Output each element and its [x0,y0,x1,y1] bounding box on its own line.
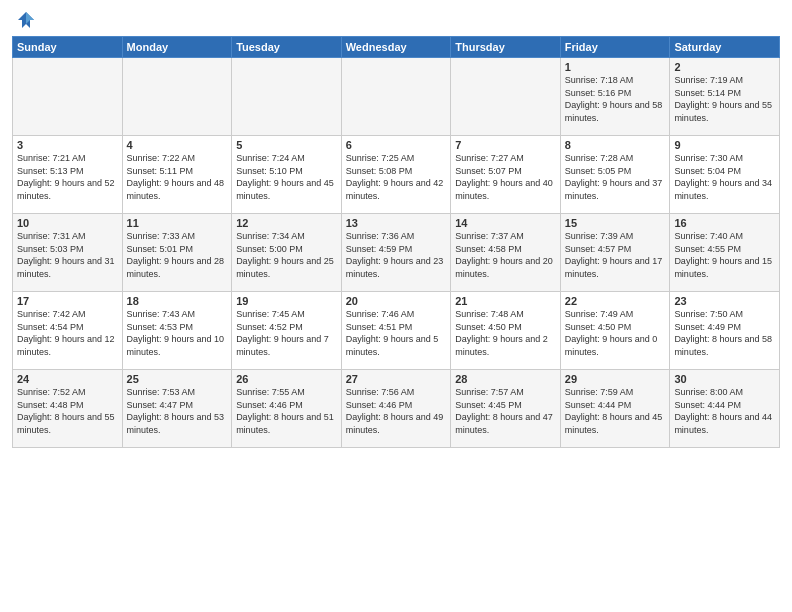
calendar-cell-3-1: 10Sunrise: 7:31 AM Sunset: 5:03 PM Dayli… [13,214,123,292]
day-number: 23 [674,295,775,307]
calendar-cell-2-4: 6Sunrise: 7:25 AM Sunset: 5:08 PM Daylig… [341,136,451,214]
calendar-week-2: 3Sunrise: 7:21 AM Sunset: 5:13 PM Daylig… [13,136,780,214]
day-number: 19 [236,295,337,307]
calendar-cell-4-5: 21Sunrise: 7:48 AM Sunset: 4:50 PM Dayli… [451,292,561,370]
day-info: Sunrise: 7:21 AM Sunset: 5:13 PM Dayligh… [17,152,118,202]
day-info: Sunrise: 7:42 AM Sunset: 4:54 PM Dayligh… [17,308,118,358]
calendar-cell-1-4 [341,58,451,136]
day-number: 11 [127,217,228,229]
day-info: Sunrise: 7:57 AM Sunset: 4:45 PM Dayligh… [455,386,556,436]
day-info: Sunrise: 7:56 AM Sunset: 4:46 PM Dayligh… [346,386,447,436]
calendar-cell-5-3: 26Sunrise: 7:55 AM Sunset: 4:46 PM Dayli… [232,370,342,448]
weekday-header-sunday: Sunday [13,37,123,58]
calendar-cell-4-1: 17Sunrise: 7:42 AM Sunset: 4:54 PM Dayli… [13,292,123,370]
day-number: 1 [565,61,666,73]
calendar-cell-1-1 [13,58,123,136]
day-info: Sunrise: 7:45 AM Sunset: 4:52 PM Dayligh… [236,308,337,358]
day-info: Sunrise: 7:40 AM Sunset: 4:55 PM Dayligh… [674,230,775,280]
calendar-cell-4-3: 19Sunrise: 7:45 AM Sunset: 4:52 PM Dayli… [232,292,342,370]
day-number: 9 [674,139,775,151]
calendar-cell-3-6: 15Sunrise: 7:39 AM Sunset: 4:57 PM Dayli… [560,214,670,292]
weekday-header-monday: Monday [122,37,232,58]
header [12,10,780,30]
day-number: 22 [565,295,666,307]
calendar-cell-4-2: 18Sunrise: 7:43 AM Sunset: 4:53 PM Dayli… [122,292,232,370]
day-info: Sunrise: 7:28 AM Sunset: 5:05 PM Dayligh… [565,152,666,202]
calendar-table: SundayMondayTuesdayWednesdayThursdayFrid… [12,36,780,448]
day-info: Sunrise: 7:39 AM Sunset: 4:57 PM Dayligh… [565,230,666,280]
day-info: Sunrise: 7:48 AM Sunset: 4:50 PM Dayligh… [455,308,556,358]
calendar-cell-3-2: 11Sunrise: 7:33 AM Sunset: 5:01 PM Dayli… [122,214,232,292]
day-info: Sunrise: 7:31 AM Sunset: 5:03 PM Dayligh… [17,230,118,280]
calendar-cell-2-7: 9Sunrise: 7:30 AM Sunset: 5:04 PM Daylig… [670,136,780,214]
calendar-cell-2-1: 3Sunrise: 7:21 AM Sunset: 5:13 PM Daylig… [13,136,123,214]
logo-bird-icon [16,10,36,34]
calendar-cell-2-5: 7Sunrise: 7:27 AM Sunset: 5:07 PM Daylig… [451,136,561,214]
calendar-cell-1-3 [232,58,342,136]
day-number: 30 [674,373,775,385]
day-info: Sunrise: 7:22 AM Sunset: 5:11 PM Dayligh… [127,152,228,202]
day-number: 29 [565,373,666,385]
day-info: Sunrise: 7:36 AM Sunset: 4:59 PM Dayligh… [346,230,447,280]
day-info: Sunrise: 7:19 AM Sunset: 5:14 PM Dayligh… [674,74,775,124]
day-info: Sunrise: 7:49 AM Sunset: 4:50 PM Dayligh… [565,308,666,358]
weekday-header-wednesday: Wednesday [341,37,451,58]
calendar-cell-4-7: 23Sunrise: 7:50 AM Sunset: 4:49 PM Dayli… [670,292,780,370]
day-info: Sunrise: 7:34 AM Sunset: 5:00 PM Dayligh… [236,230,337,280]
day-number: 5 [236,139,337,151]
calendar-cell-5-7: 30Sunrise: 8:00 AM Sunset: 4:44 PM Dayli… [670,370,780,448]
day-info: Sunrise: 7:33 AM Sunset: 5:01 PM Dayligh… [127,230,228,280]
page: SundayMondayTuesdayWednesdayThursdayFrid… [0,0,792,612]
day-number: 21 [455,295,556,307]
day-number: 24 [17,373,118,385]
day-number: 8 [565,139,666,151]
calendar-cell-3-7: 16Sunrise: 7:40 AM Sunset: 4:55 PM Dayli… [670,214,780,292]
day-number: 12 [236,217,337,229]
weekday-header-tuesday: Tuesday [232,37,342,58]
calendar-cell-2-2: 4Sunrise: 7:22 AM Sunset: 5:11 PM Daylig… [122,136,232,214]
calendar-cell-3-4: 13Sunrise: 7:36 AM Sunset: 4:59 PM Dayli… [341,214,451,292]
calendar-cell-1-5 [451,58,561,136]
day-info: Sunrise: 7:50 AM Sunset: 4:49 PM Dayligh… [674,308,775,358]
day-info: Sunrise: 7:24 AM Sunset: 5:10 PM Dayligh… [236,152,337,202]
day-number: 4 [127,139,228,151]
day-number: 10 [17,217,118,229]
calendar-cell-5-2: 25Sunrise: 7:53 AM Sunset: 4:47 PM Dayli… [122,370,232,448]
weekday-header-friday: Friday [560,37,670,58]
weekday-header-thursday: Thursday [451,37,561,58]
day-info: Sunrise: 7:30 AM Sunset: 5:04 PM Dayligh… [674,152,775,202]
day-info: Sunrise: 7:59 AM Sunset: 4:44 PM Dayligh… [565,386,666,436]
day-number: 14 [455,217,556,229]
day-info: Sunrise: 7:25 AM Sunset: 5:08 PM Dayligh… [346,152,447,202]
day-number: 16 [674,217,775,229]
day-number: 20 [346,295,447,307]
day-info: Sunrise: 7:55 AM Sunset: 4:46 PM Dayligh… [236,386,337,436]
calendar-cell-3-5: 14Sunrise: 7:37 AM Sunset: 4:58 PM Dayli… [451,214,561,292]
day-number: 27 [346,373,447,385]
day-number: 28 [455,373,556,385]
calendar-cell-4-6: 22Sunrise: 7:49 AM Sunset: 4:50 PM Dayli… [560,292,670,370]
calendar-cell-2-3: 5Sunrise: 7:24 AM Sunset: 5:10 PM Daylig… [232,136,342,214]
calendar-cell-5-4: 27Sunrise: 7:56 AM Sunset: 4:46 PM Dayli… [341,370,451,448]
day-info: Sunrise: 7:52 AM Sunset: 4:48 PM Dayligh… [17,386,118,436]
day-number: 2 [674,61,775,73]
day-info: Sunrise: 7:18 AM Sunset: 5:16 PM Dayligh… [565,74,666,124]
day-number: 25 [127,373,228,385]
day-info: Sunrise: 7:46 AM Sunset: 4:51 PM Dayligh… [346,308,447,358]
day-number: 17 [17,295,118,307]
calendar-week-4: 17Sunrise: 7:42 AM Sunset: 4:54 PM Dayli… [13,292,780,370]
calendar-week-3: 10Sunrise: 7:31 AM Sunset: 5:03 PM Dayli… [13,214,780,292]
day-info: Sunrise: 7:37 AM Sunset: 4:58 PM Dayligh… [455,230,556,280]
calendar-cell-3-3: 12Sunrise: 7:34 AM Sunset: 5:00 PM Dayli… [232,214,342,292]
day-info: Sunrise: 8:00 AM Sunset: 4:44 PM Dayligh… [674,386,775,436]
calendar-week-1: 1Sunrise: 7:18 AM Sunset: 5:16 PM Daylig… [13,58,780,136]
logo [12,10,36,30]
calendar-cell-5-1: 24Sunrise: 7:52 AM Sunset: 4:48 PM Dayli… [13,370,123,448]
day-info: Sunrise: 7:27 AM Sunset: 5:07 PM Dayligh… [455,152,556,202]
day-number: 18 [127,295,228,307]
day-number: 13 [346,217,447,229]
calendar-cell-4-4: 20Sunrise: 7:46 AM Sunset: 4:51 PM Dayli… [341,292,451,370]
day-info: Sunrise: 7:43 AM Sunset: 4:53 PM Dayligh… [127,308,228,358]
calendar-cell-5-5: 28Sunrise: 7:57 AM Sunset: 4:45 PM Dayli… [451,370,561,448]
calendar-cell-2-6: 8Sunrise: 7:28 AM Sunset: 5:05 PM Daylig… [560,136,670,214]
